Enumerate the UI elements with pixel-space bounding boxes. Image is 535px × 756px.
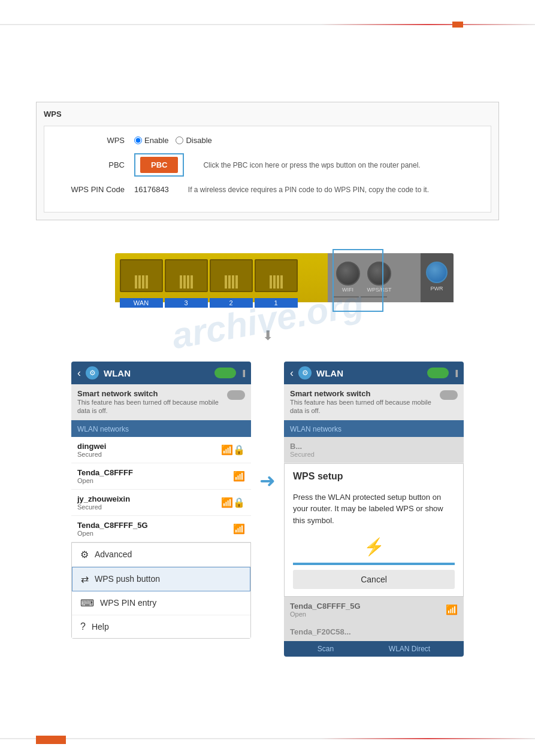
bg-network-item: B... Secured [284,437,464,463]
pin [273,275,276,289]
tenda5g-item[interactable]: Tenda_C8FFFF_5G Open 📶 [284,597,464,623]
pbc-button[interactable]: PBC [140,157,178,173]
smart-network-toggle-right[interactable] [440,390,458,400]
context-help[interactable]: ? Help [72,615,250,638]
pin-icon: ⌨ [80,597,94,609]
port2-label: 2 [210,298,253,308]
pin [228,275,231,289]
scan-button[interactable]: Scan [318,645,334,653]
wan-label: WAN [120,298,163,308]
network-status: Open [77,530,148,537]
wps-cancel-button[interactable]: Cancel [293,570,455,589]
right-phone: ‹ ⚙ WLAN ▐ Smart network switch This fea… [284,362,464,657]
wps-disable-option[interactable]: Disable [176,136,211,145]
port-2 [210,259,253,292]
wps-enable-option[interactable]: Enable [134,136,168,145]
wps-dialog: WPS setup Press the WLAN protected setup… [284,463,464,597]
tenda5g-status: Open [290,611,361,618]
smart-network-toggle[interactable] [227,390,245,400]
wlan-networks-label: WLAN networks [77,425,129,433]
right-phone-bottom-bar: Scan WLAN Direct [284,641,464,657]
pin [277,275,279,289]
network-info: dingwei Secured [77,442,106,458]
context-wps-pin[interactable]: ⌨ WPS PIN entry [72,591,250,615]
tenda5g-info: Tenda_C8FFFF_5G Open [290,602,361,618]
wps-enable-radio[interactable] [134,136,142,144]
wps-icon: ⇄ [81,573,89,585]
router-yellow-body: WAN 3 2 1 [115,253,331,302]
network-status: Secured [77,451,106,458]
context-wps-push[interactable]: ⇄ WPS push button [72,567,250,591]
back-icon[interactable]: ‹ [290,367,294,379]
tenda5g-wifi-icon: 📶 [446,604,458,615]
bg-network-name: B... [290,442,315,451]
network-item-dingwei[interactable]: dingwei Secured 📶🔒 [71,437,251,463]
wps-dialog-title: WPS setup [285,464,463,487]
network-list: dingwei Secured 📶🔒 Tenda_C8FFFF Open 📶 [71,437,251,542]
phones-section: ‹ ⚙ WLAN ▐ Smart network switch This fea… [36,362,499,657]
network-status: Secured [77,503,130,511]
wifi-signal-icon: 📶 [233,470,245,482]
wlan-networks-header-right: WLAN networks [284,420,464,437]
other-network-item[interactable]: Tenda_F20C58... [284,623,464,641]
wps-disable-radio[interactable] [176,136,183,144]
port-wan [120,259,163,292]
bottom-border [0,738,535,739]
advanced-label: Advanced [95,549,132,559]
pin [146,275,148,289]
smart-network-desc: This feature has been turned off because… [77,398,222,415]
wlan-networks-header: WLAN networks [71,420,251,437]
wps-progress-bar [293,563,455,565]
pin-label: WPS PIN Code [56,185,134,194]
smart-network-title-right: Smart network switch [290,389,435,398]
settings-icon: ⚙ [86,366,99,379]
smart-network-desc-right: This feature has been turned off because… [290,398,435,415]
left-phone-title: WLAN [104,368,210,378]
wps-enable-label: Enable [144,136,168,145]
smart-network-section: Smart network switch This feature has be… [71,384,251,420]
bg-network-info: B... Secured [290,442,315,458]
wps-highlight-box [333,249,383,312]
wps-dialog-body: Press the WLAN protected setup button on… [285,487,463,532]
pin-control: 16176843 If a wireless device requires a… [134,185,479,194]
pbc-label: PBC [56,160,134,169]
pwr-section: PWR [421,253,454,302]
pin [183,275,186,289]
network-item-tenda5g[interactable]: Tenda_C8FFFF_5G Open 📶 [71,516,251,542]
right-phone-header: ‹ ⚙ WLAN ▐ [284,362,464,384]
network-item-jy[interactable]: jy_zhouweixin Secured 📶🔒 [71,490,251,516]
wps-symbol-icon: ⚡ [285,531,463,563]
pin [191,275,193,289]
network-info: Tenda_C8FFFF_5G Open [77,521,148,537]
pin [280,275,283,289]
pin [142,275,144,289]
network-item-tenda[interactable]: Tenda_C8FFFF Open 📶 [71,463,251,490]
wlan-toggle[interactable] [214,368,236,378]
pwr-button-group: PWR [421,253,454,295]
right-arrow-icon: ➜ [259,469,276,492]
wps-inner: WPS Enable Disable PBC PBC [44,126,491,212]
pin [270,275,272,289]
wlan-direct-button[interactable]: WLAN Direct [389,645,430,653]
port-group [115,253,331,298]
port-2-pins [225,275,238,289]
wps-radio-group: Enable Disable [134,136,479,145]
settings-icon: ⚙ [298,366,312,379]
port3-label: 3 [165,298,208,308]
context-advanced[interactable]: ⚙ Advanced [72,543,250,567]
pin [235,275,238,289]
right-phone-title: WLAN [316,368,422,378]
pbc-control: PBC Click the PBC icon here or press the… [134,153,479,177]
pwr-button [426,262,448,283]
pin [135,275,137,289]
wifi-signal-icon: 📶🔒 [221,444,245,456]
wps-section-title: WPS [44,110,491,119]
wlan-toggle-right[interactable] [427,368,449,378]
back-icon[interactable]: ‹ [77,367,81,379]
left-phone-header: ‹ ⚙ WLAN ▐ [71,362,251,384]
other-network-info: Tenda_F20C58... [290,627,351,636]
pbc-desc: Click the PBC icon here or press the wps… [203,161,420,169]
network-info: jy_zhouweixin Secured [77,494,130,511]
router-image: WAN 3 2 1 WIFI WPS/RST [115,250,421,316]
smart-network-text: Smart network switch This feature has be… [77,389,222,415]
